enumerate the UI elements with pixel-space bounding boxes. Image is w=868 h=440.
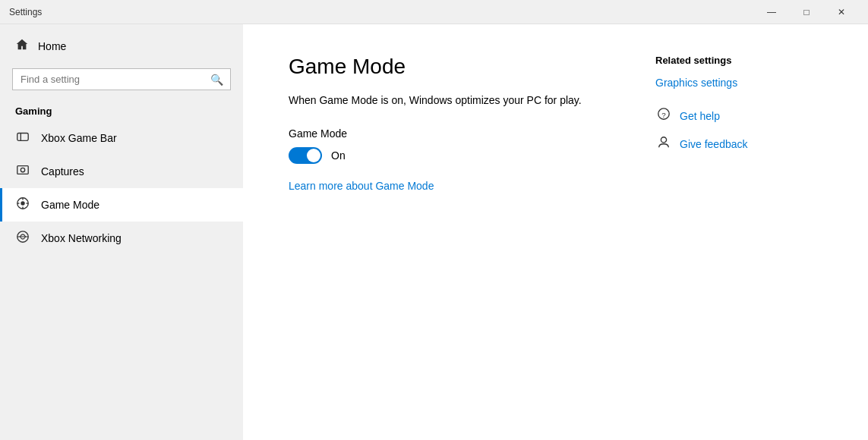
get-help-icon: ? <box>655 107 672 124</box>
captures-icon <box>15 163 30 180</box>
svg-rect-2 <box>17 166 28 174</box>
game-mode-toggle[interactable] <box>289 147 322 164</box>
sidebar-item-xbox-networking[interactable]: Xbox Networking <box>0 222 243 255</box>
sidebar: Home 🔍 Gaming Xbox Game Bar <box>0 24 243 440</box>
close-button[interactable]: ✕ <box>824 0 859 24</box>
give-feedback-link[interactable]: Give feedback <box>680 138 748 150</box>
give-feedback-icon <box>655 135 672 152</box>
sidebar-home-label: Home <box>38 40 66 52</box>
search-container: 🔍 <box>0 62 243 96</box>
search-input[interactable] <box>12 68 231 90</box>
svg-point-14 <box>661 137 666 143</box>
main-content: Game Mode When Game Mode is on, Windows … <box>243 24 868 440</box>
content-right: Related settings Graphics settings ? Get… <box>655 55 822 410</box>
sidebar-item-game-mode[interactable]: Game Mode <box>0 188 243 222</box>
get-help-item[interactable]: ? Get help <box>655 107 822 124</box>
sidebar-item-label-captures: Captures <box>41 165 84 178</box>
maximize-button[interactable]: □ <box>789 0 824 24</box>
app-title: Settings <box>9 7 42 17</box>
sidebar-item-home[interactable]: Home <box>0 30 243 62</box>
page-title: Game Mode <box>289 55 610 79</box>
toggle-label: On <box>331 149 346 162</box>
related-settings-title: Related settings <box>655 55 822 66</box>
svg-rect-0 <box>17 134 28 141</box>
title-bar: Settings — □ ✕ <box>0 0 868 24</box>
xbox-networking-icon <box>15 230 30 247</box>
svg-text:?: ? <box>661 111 666 119</box>
page-description: When Game Mode is on, Windows optimizes … <box>289 94 610 106</box>
graphics-settings-link[interactable]: Graphics settings <box>655 77 822 89</box>
learn-more-link[interactable]: Learn more about Game Mode <box>289 180 434 192</box>
home-icon <box>15 38 29 55</box>
xbox-game-bar-icon <box>15 130 30 146</box>
sidebar-item-label-game-mode: Game Mode <box>41 199 99 211</box>
app-body: Home 🔍 Gaming Xbox Game Bar <box>0 24 868 440</box>
toggle-row: On <box>289 147 610 164</box>
help-links: ? Get help Give feedback <box>655 107 822 152</box>
get-help-link[interactable]: Get help <box>680 110 720 122</box>
sidebar-item-xbox-game-bar[interactable]: Xbox Game Bar <box>0 121 243 155</box>
sidebar-item-label-xbox-networking: Xbox Networking <box>41 232 122 244</box>
give-feedback-item[interactable]: Give feedback <box>655 135 822 152</box>
svg-point-5 <box>21 201 24 205</box>
minimize-button[interactable]: — <box>754 0 789 24</box>
sidebar-section-title: Gaming <box>0 96 243 121</box>
search-icon: 🔍 <box>210 74 223 86</box>
sidebar-item-captures[interactable]: Captures <box>0 155 243 188</box>
sidebar-item-label-xbox-game-bar: Xbox Game Bar <box>41 132 117 144</box>
content-main: Game Mode When Game Mode is on, Windows … <box>289 55 610 410</box>
setting-label: Game Mode <box>289 127 610 140</box>
window-controls: — □ ✕ <box>754 0 859 24</box>
game-mode-icon <box>15 196 30 213</box>
svg-point-3 <box>21 168 24 171</box>
